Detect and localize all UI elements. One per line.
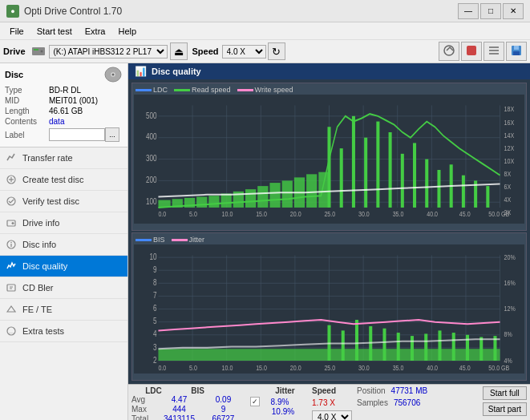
svg-marker-83: [364, 138, 367, 208]
svg-text:8: 8: [153, 277, 157, 287]
drive-toolbar: Drive (K:) ATAPI iHBS312 2 PL17 ⏏ Speed …: [0, 40, 530, 63]
menu-extra[interactable]: Extra: [79, 25, 112, 38]
fe-te-label: FE / TE: [22, 305, 52, 314]
stats-total-row: Total 3413115 66727: [131, 414, 245, 420]
svg-marker-73: [245, 189, 256, 208]
sidebar-item-disc-info[interactable]: Disc info: [0, 234, 127, 256]
svg-marker-146: [411, 336, 414, 361]
avg-label: Avg: [131, 395, 157, 404]
stats-section: LDC BIS Avg 4.47 0.09 Max 444 9 T: [128, 384, 530, 420]
svg-text:16%: 16%: [504, 278, 516, 287]
menu-help[interactable]: Help: [111, 25, 143, 38]
maximize-button[interactable]: □: [480, 3, 501, 19]
svg-marker-91: [462, 176, 465, 208]
disc-info-icon: [5, 238, 18, 251]
chart-title: Disc quality: [152, 67, 201, 76]
svg-text:6X: 6X: [504, 182, 512, 191]
write-speed-legend-label: Write speed: [255, 86, 293, 94]
svg-rect-20: [7, 285, 15, 291]
mid-label: MID: [5, 96, 49, 105]
chart-header-icon: 📊: [135, 66, 147, 77]
sidebar-item-disc-quality[interactable]: Disc quality: [0, 256, 127, 277]
svg-text:50.0 GB: 50.0 GB: [488, 363, 509, 372]
avg-ldc-value: 4.47: [157, 395, 201, 404]
position-value: 47731 MB: [391, 386, 428, 395]
verify-test-disc-label: Verify test disc: [22, 196, 79, 206]
chart2-container: BIS Jitter: [131, 232, 527, 381]
toolbar-btn-1[interactable]: [439, 42, 459, 61]
speed-select[interactable]: 4.0 X: [222, 45, 266, 59]
toolbar-btn-2[interactable]: [461, 42, 482, 61]
label-label: Label: [5, 131, 49, 139]
svg-text:2: 2: [153, 355, 157, 365]
svg-rect-7: [513, 51, 520, 55]
svg-text:25.0: 25.0: [324, 363, 335, 372]
position-label: Position: [357, 386, 386, 395]
svg-text:15.0: 15.0: [256, 209, 267, 218]
fe-te-icon: [5, 303, 18, 316]
drive-select[interactable]: (K:) ATAPI iHBS312 2 PL17: [49, 45, 168, 59]
sidebar-item-drive-info[interactable]: Drive info: [0, 212, 127, 234]
svg-text:300: 300: [146, 153, 157, 163]
svg-text:9: 9: [153, 265, 157, 274]
sidebar-item-create-test-disc[interactable]: Create test disc: [0, 169, 127, 191]
disc-info-label: Disc info: [22, 240, 56, 249]
speed-refresh-button[interactable]: ↻: [268, 42, 285, 60]
svg-point-2: [40, 50, 43, 53]
app-icon: ●: [6, 5, 19, 18]
toolbar-btn-save[interactable]: [506, 42, 527, 61]
svg-text:20.0: 20.0: [290, 209, 301, 218]
disc-title: Disc: [5, 70, 23, 79]
svg-marker-89: [437, 170, 440, 208]
sidebar-item-transfer-rate[interactable]: Transfer rate: [0, 147, 127, 169]
svg-text:4: 4: [153, 329, 157, 338]
svg-text:0.0: 0.0: [158, 209, 166, 218]
svg-marker-68: [184, 198, 195, 208]
total-bis-value: 66727: [201, 414, 245, 420]
ldc-column-header: LDC: [131, 386, 176, 395]
start-part-button[interactable]: Start part: [483, 402, 527, 416]
sidebar-item-fe-te[interactable]: FE / TE: [0, 299, 127, 321]
ldc-legend-label: LDC: [153, 86, 168, 94]
svg-marker-78: [306, 174, 317, 208]
start-full-button[interactable]: Start full: [483, 386, 527, 400]
svg-marker-82: [352, 116, 355, 208]
max-ldc-value: 444: [157, 405, 201, 414]
sidebar-item-verify-test-disc[interactable]: Verify test disc: [0, 191, 127, 212]
speed-dropdown[interactable]: 4.0 X: [312, 410, 352, 420]
length-value: 46.61 GB: [49, 107, 83, 115]
svg-text:45.0: 45.0: [459, 209, 471, 218]
svg-point-10: [112, 74, 115, 76]
eject-button[interactable]: ⏏: [170, 42, 188, 60]
svg-text:18X: 18X: [504, 104, 515, 113]
label-browse-button[interactable]: ...: [105, 127, 119, 142]
svg-text:100: 100: [146, 196, 157, 206]
svg-marker-148: [438, 330, 441, 361]
drive-icon: [30, 43, 47, 59]
mid-value: MEIT01 (001): [49, 96, 98, 105]
close-button[interactable]: ✕: [503, 3, 524, 19]
bis-legend-label: BIS: [153, 236, 165, 244]
menu-file[interactable]: File: [3, 25, 30, 38]
speed-current-value: 1.73 X: [312, 398, 335, 407]
svg-text:3: 3: [153, 341, 157, 351]
chart2-svg: 10 9 8 7 6 5 4 3 2 20% 16% 12% 8% 4% 0: [134, 244, 524, 374]
content-area: 📊 Disc quality LDC Read speed: [128, 63, 530, 420]
stats-avg-row: Avg 4.47 0.09: [131, 395, 245, 404]
minimize-button[interactable]: —: [458, 3, 479, 19]
sidebar-item-extra-tests[interactable]: ... Extra tests: [0, 321, 127, 342]
label-input[interactable]: [49, 128, 105, 141]
svg-marker-141: [342, 330, 345, 361]
max-bis-value: 9: [201, 405, 245, 414]
svg-text:45.0: 45.0: [459, 363, 471, 372]
transfer-rate-label: Transfer rate: [22, 153, 73, 163]
svg-marker-76: [282, 180, 293, 208]
jitter-checkbox[interactable]: ✓: [250, 397, 260, 406]
menu-start-test[interactable]: Start test: [30, 25, 79, 38]
app-title: Opti Drive Control 1.70: [24, 6, 122, 17]
toolbar-btn-3[interactable]: [483, 42, 504, 61]
sidebar-item-cd-bler[interactable]: CD Bler: [0, 277, 127, 299]
speed-column-header: Speed: [312, 386, 352, 395]
disc-quality-icon: [5, 260, 18, 273]
type-label: Type: [5, 86, 49, 95]
